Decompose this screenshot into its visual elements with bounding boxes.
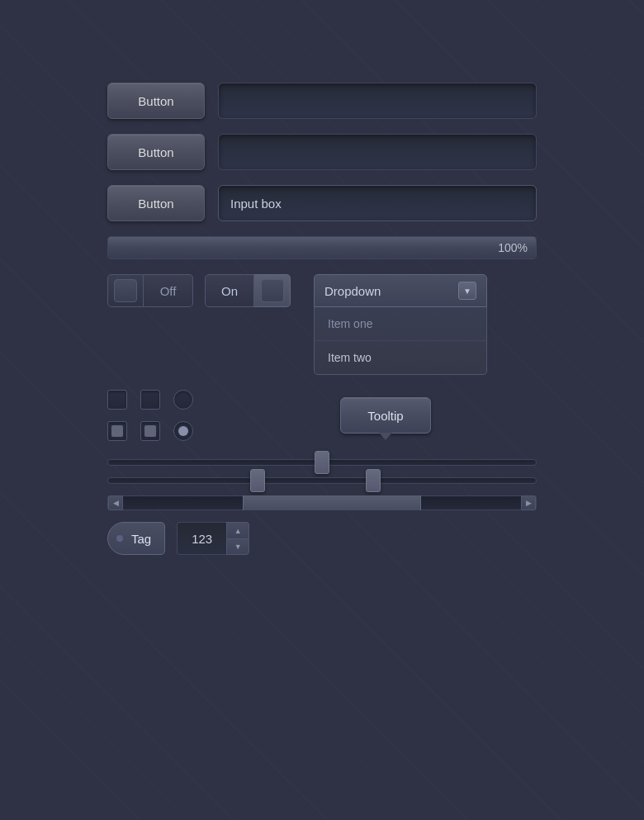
toggle-label-off[interactable]: Off (144, 274, 193, 307)
tooltip-button[interactable]: Tooltip (340, 397, 431, 434)
tooltip-area: Tooltip (193, 397, 537, 434)
scrollbar-right-button[interactable]: ▶ (521, 495, 536, 510)
dropdown-arrow-icon[interactable]: ▼ (458, 282, 476, 300)
button-1-label: Button (138, 94, 173, 108)
scrollbar-container: ◀ ▶ (107, 495, 537, 510)
scrollbar-thumb[interactable] (243, 495, 422, 510)
input-field-1[interactable] (218, 83, 537, 119)
toggle-knob-inner-on (261, 279, 284, 302)
spinner-up-button[interactable]: ▲ (226, 522, 249, 538)
button-2-label: Button (138, 145, 173, 159)
range-track (107, 477, 537, 484)
dropdown-item-1-label: Item one (328, 317, 372, 330)
dropdown-container: Dropdown ▼ Item one Item two (314, 274, 537, 375)
toggle-knob-on[interactable] (254, 274, 291, 307)
tooltip-button-label: Tooltip (367, 409, 403, 423)
slider-track-single (107, 459, 537, 466)
row-2: Button (107, 134, 537, 170)
input-field-3[interactable] (218, 185, 537, 221)
controls-row: Tooltip (107, 390, 537, 441)
dropdown-header[interactable]: Dropdown ▼ (314, 274, 487, 307)
button-3[interactable]: Button (107, 185, 205, 221)
radio-2[interactable] (173, 421, 193, 441)
range-thumb-right[interactable] (366, 469, 381, 492)
toggle-on-group: On (205, 274, 291, 307)
spinner-input[interactable] (177, 522, 226, 555)
checkbox-3[interactable] (140, 390, 160, 410)
dropdown-item-2[interactable]: Item two (315, 341, 486, 374)
tooltip-arrow (379, 433, 392, 440)
button-1[interactable]: Button (107, 83, 205, 119)
tag-button[interactable]: Tag (107, 522, 165, 555)
slider-single (107, 459, 537, 466)
checkbox-group-2 (140, 390, 160, 441)
progress-bar-container: 100% (107, 236, 537, 259)
radio-1[interactable] (173, 390, 193, 410)
bottom-row: Tag ▲ ▼ (107, 522, 537, 555)
dropdown-label: Dropdown (324, 284, 381, 298)
dropdown-item-1[interactable]: Item one (315, 307, 486, 341)
toggle-dropdown-row: Off On Dropdown ▼ Item one Item two (107, 274, 537, 375)
toggle-label-on[interactable]: On (205, 274, 254, 307)
slider-range (107, 477, 537, 484)
tag-label: Tag (131, 532, 151, 546)
toggle-knob-inner (114, 279, 137, 302)
scrollbar-track (123, 495, 521, 510)
dropdown-item-2-label: Item two (328, 351, 372, 364)
slider-thumb-single[interactable] (315, 451, 329, 474)
toggle-knob-off[interactable] (107, 274, 144, 307)
dropdown-list: Item one Item two (314, 307, 487, 375)
progress-label: 100% (498, 241, 528, 254)
button-3-label: Button (138, 197, 173, 211)
checkbox-4[interactable] (140, 421, 160, 441)
spinner-group: ▲ ▼ (177, 522, 249, 555)
button-2[interactable]: Button (107, 134, 205, 170)
toggle-off-group: Off (107, 274, 193, 307)
spinner-down-button[interactable]: ▼ (226, 538, 249, 555)
checkbox-2[interactable] (107, 421, 127, 441)
radio-group (173, 390, 193, 441)
checkbox-1[interactable] (107, 390, 127, 410)
row-1: Button (107, 83, 537, 119)
progress-bar-fill (108, 237, 536, 258)
row-3: Button (107, 185, 537, 221)
progress-row: 100% (107, 236, 537, 259)
input-field-2[interactable] (218, 134, 537, 170)
range-thumb-left[interactable] (250, 469, 265, 492)
scrollbar-left-button[interactable]: ◀ (108, 495, 123, 510)
main-container: Button Button Button 100% Off (107, 83, 537, 555)
spinner-buttons: ▲ ▼ (226, 522, 249, 555)
checkbox-group (107, 390, 127, 441)
